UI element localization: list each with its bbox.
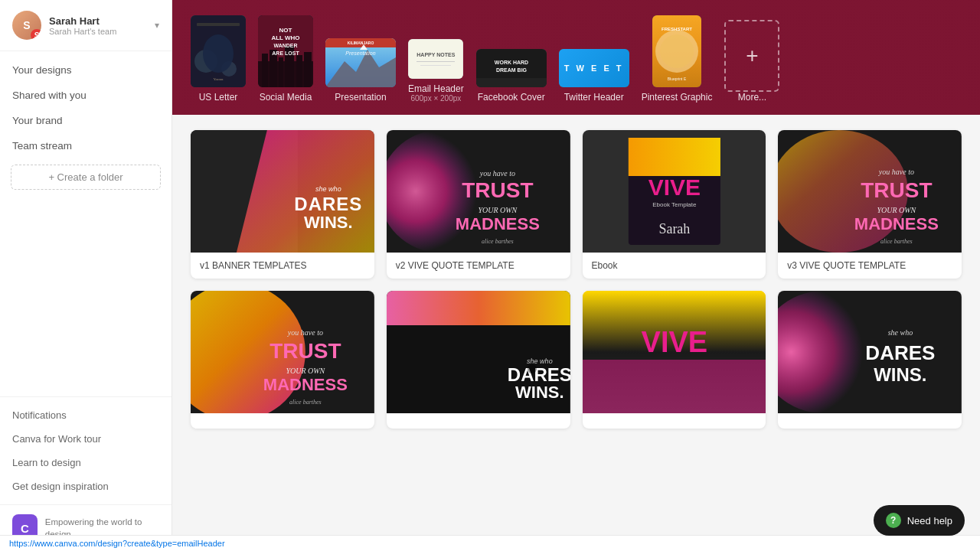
sidebar-item-label: Your brand bbox=[12, 115, 63, 126]
design-thumb: you have to TRUST YOUR OWN MADNESS alice… bbox=[778, 130, 962, 253]
more-thumb: + bbox=[724, 20, 779, 92]
design-title: v1 BANNER TEMPLATES bbox=[200, 260, 365, 271]
design-info: v1 BANNER TEMPLATES bbox=[191, 253, 374, 279]
sidebar-item-get-inspiration[interactable]: Get design inspiration bbox=[0, 474, 172, 498]
design-thumb: you have to TRUST YOUR OWN MADNESS alice… bbox=[191, 291, 374, 413]
designs-grid: she who DARES WINS. v1 BANNER TEMPLATES bbox=[191, 130, 962, 429]
template-type-twitter-header[interactable]: T W E E T Twitter Header bbox=[559, 49, 629, 103]
design-info bbox=[387, 413, 570, 429]
design-card-vive-v2[interactable]: VIVE bbox=[583, 291, 766, 429]
sidebar-item-your-designs[interactable]: Your designs bbox=[0, 57, 172, 83]
svg-point-32 bbox=[660, 34, 694, 68]
create-folder-button[interactable]: + Create a folder bbox=[11, 165, 161, 190]
design-thumb: VIVE Ebook Template Sarah bbox=[583, 130, 766, 253]
sidebar-item-label: Get design inspiration bbox=[12, 481, 109, 492]
designs-section: she who DARES WINS. v1 BANNER TEMPLATES bbox=[172, 115, 980, 444]
template-type-email-header[interactable]: HAPPY NOTES Email Header 600px × 200px bbox=[408, 39, 464, 103]
profile-team: Sarah Hart's team bbox=[49, 27, 155, 36]
email-happy-notes: HAPPY NOTES bbox=[416, 52, 455, 58]
svg-text:TRUST: TRUST bbox=[462, 178, 533, 202]
design-card-v1-banner[interactable]: she who DARES WINS. v1 BANNER TEMPLATES bbox=[191, 130, 374, 279]
svg-text:MADNESS: MADNESS bbox=[854, 214, 939, 233]
design-info bbox=[583, 413, 766, 429]
svg-text:MADNESS: MADNESS bbox=[456, 214, 540, 233]
sidebar: S S Sarah Hart Sarah Hart's team ▾ Your … bbox=[0, 0, 172, 551]
design-info bbox=[778, 413, 962, 429]
template-type-us-letter[interactable]: Yarara US Letter bbox=[191, 15, 246, 103]
more-plus-icon: + bbox=[746, 45, 758, 67]
svg-text:alice barthes: alice barthes bbox=[289, 399, 322, 406]
svg-text:WINS.: WINS. bbox=[515, 383, 564, 402]
svg-text:DARES: DARES bbox=[294, 194, 362, 214]
presentation-thumb: KILIMANJARO Presentation bbox=[325, 38, 396, 87]
svg-text:she who: she who bbox=[315, 185, 341, 193]
sidebar-item-label: Notifications bbox=[12, 409, 67, 421]
template-type-pinterest-graphic[interactable]: FRESHSTART Blueprint E Pinterest Graphic bbox=[642, 15, 713, 103]
sidebar-item-your-brand[interactable]: Your brand bbox=[0, 108, 172, 133]
template-types-row: Yarara US Letter bbox=[191, 15, 962, 103]
svg-text:she who: she who bbox=[888, 328, 913, 337]
svg-text:alice barthes: alice barthes bbox=[482, 238, 514, 245]
design-card-ebook[interactable]: VIVE Ebook Template Sarah Ebook bbox=[583, 130, 766, 279]
design-card-v3-vive-quote[interactable]: you have to TRUST YOUR OWN MADNESS alice… bbox=[778, 130, 962, 279]
template-type-more[interactable]: + More... bbox=[724, 20, 779, 103]
sidebar-item-label: Canva for Work tour bbox=[12, 433, 101, 445]
sidebar-item-label: Learn to design bbox=[12, 457, 81, 468]
svg-text:DARES: DARES bbox=[866, 341, 936, 364]
design-card-dares-v2[interactable]: she who DARES WINS. bbox=[387, 291, 570, 429]
svg-text:NOT: NOT bbox=[279, 27, 292, 34]
svg-text:you have to: you have to bbox=[878, 168, 914, 176]
template-type-presentation[interactable]: KILIMANJARO Presentation Presentation bbox=[325, 38, 396, 103]
template-type-label: More... bbox=[738, 92, 766, 103]
svg-text:YOUR OWN: YOUR OWN bbox=[286, 367, 325, 375]
design-thumb: you have to TRUST YOUR OWN MADNESS alice… bbox=[387, 130, 570, 253]
template-type-label: Facebook Cover bbox=[478, 92, 545, 103]
design-thumb: she who DARES WINS. bbox=[191, 130, 374, 253]
template-type-social-media[interactable]: NOT ALL WHO WANDER ARE LOST Social Media bbox=[258, 15, 313, 103]
need-help-button[interactable]: ? Need help bbox=[874, 505, 965, 536]
pinterest-graphic-thumb: FRESHSTART Blueprint E bbox=[652, 15, 701, 87]
design-thumb: she who DARES WINS. bbox=[387, 291, 570, 413]
avatar: S S bbox=[12, 11, 41, 40]
design-title: v3 VIVE QUOTE TEMPLATE bbox=[787, 260, 952, 271]
svg-text:Blueprint E: Blueprint E bbox=[668, 77, 687, 81]
sidebar-item-notifications[interactable]: Notifications bbox=[0, 403, 172, 427]
design-card-trust-v2[interactable]: you have to TRUST YOUR OWN MADNESS alice… bbox=[191, 291, 374, 429]
sidebar-item-team-stream[interactable]: Team stream bbox=[0, 133, 172, 158]
svg-text:WINS.: WINS. bbox=[874, 364, 926, 385]
email-header-thumb: HAPPY NOTES bbox=[408, 39, 463, 79]
svg-text:you have to: you have to bbox=[287, 328, 323, 337]
svg-text:Ebook Template: Ebook Template bbox=[652, 201, 697, 208]
design-card-trust-v3[interactable]: she who DARES WINS. bbox=[778, 291, 962, 429]
sidebar-item-label: Your designs bbox=[12, 64, 72, 76]
template-type-label: US Letter bbox=[199, 92, 238, 103]
design-info: v3 VIVE QUOTE TEMPLATE bbox=[778, 253, 962, 279]
svg-rect-76 bbox=[583, 360, 766, 413]
template-type-label: Social Media bbox=[260, 92, 312, 103]
svg-text:TRUST: TRUST bbox=[270, 339, 341, 363]
svg-text:KILIMANJARO: KILIMANJARO bbox=[348, 41, 374, 45]
svg-text:ARE LOST: ARE LOST bbox=[272, 51, 299, 56]
sidebar-item-canva-tour[interactable]: Canva for Work tour bbox=[0, 427, 172, 451]
template-type-facebook-cover[interactable]: WORK HARD DREAM BIG Facebook Cover bbox=[476, 49, 547, 103]
svg-text:Sarah: Sarah bbox=[658, 221, 690, 236]
svg-text:WANDER: WANDER bbox=[273, 43, 297, 48]
svg-text:TRUST: TRUST bbox=[861, 178, 932, 202]
chevron-down-icon: ▾ bbox=[155, 20, 159, 31]
design-info bbox=[191, 413, 374, 429]
profile-name: Sarah Hart bbox=[49, 15, 155, 27]
design-card-v2-vive-quote[interactable]: you have to TRUST YOUR OWN MADNESS alice… bbox=[387, 130, 570, 279]
design-title: Ebook bbox=[592, 260, 757, 271]
svg-text:WINS.: WINS. bbox=[304, 213, 353, 232]
svg-text:FRESHSTART: FRESHSTART bbox=[662, 27, 692, 31]
avatar-initial: S bbox=[23, 19, 30, 31]
template-type-label: Pinterest Graphic bbox=[642, 92, 713, 103]
design-thumb: VIVE bbox=[583, 291, 766, 413]
template-types-section: Yarara US Letter bbox=[172, 0, 980, 115]
sidebar-item-learn-to-design[interactable]: Learn to design bbox=[0, 451, 172, 474]
profile-section[interactable]: S S Sarah Hart Sarah Hart's team ▾ bbox=[0, 0, 172, 51]
design-info: v2 VIVE QUOTE TEMPLATE bbox=[387, 253, 570, 279]
sidebar-item-shared-with-you[interactable]: Shared with you bbox=[0, 83, 172, 108]
svg-text:Presentation: Presentation bbox=[345, 51, 375, 56]
twitter-header-thumb: T W E E T bbox=[559, 49, 629, 87]
